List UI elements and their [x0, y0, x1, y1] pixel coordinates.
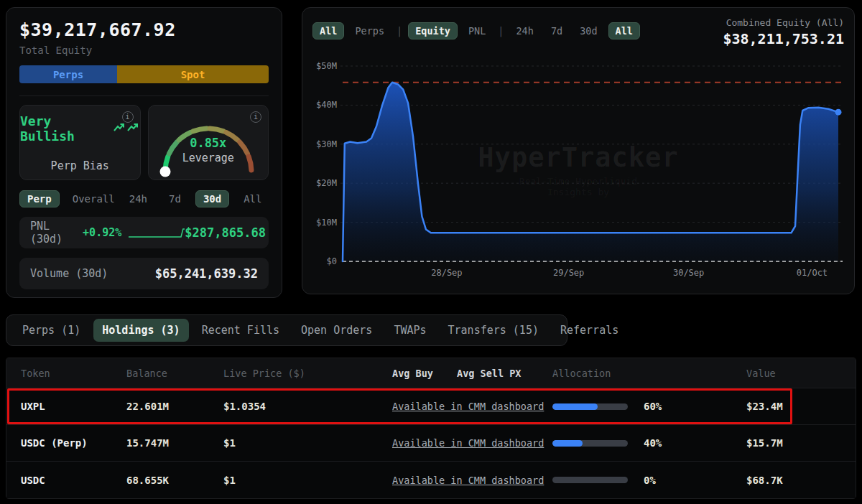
svg-text:29/Sep: 29/Sep — [553, 268, 584, 278]
equity-chart-panel: AllPerps|EquityPNL|24h7d30dAll Combined … — [302, 7, 855, 294]
balance-cell: 22.601M — [126, 401, 223, 412]
tab-recent-fills[interactable]: Recent Fills — [193, 319, 288, 342]
chart-filter-pnl[interactable]: PNL — [462, 23, 492, 39]
tab-perps-1-[interactable]: Perps (1) — [14, 319, 89, 342]
chart-filter-24h[interactable]: 24h — [509, 23, 539, 39]
holdings-table: TokenBalanceLive Price ($)Avg BuyAvg Sel… — [6, 358, 856, 499]
allocation-bar-fill — [552, 440, 583, 447]
perps-segment-button[interactable]: Perps — [19, 65, 117, 83]
chart-filter-equity[interactable]: Equity — [408, 22, 458, 39]
allocation-cell: 60% — [552, 401, 746, 412]
svg-text:$20M: $20M — [316, 178, 337, 188]
pnl-stat-card: PNL (30d) +0.92% $287,865.68 — [19, 217, 269, 248]
svg-text:$10M: $10M — [316, 218, 337, 228]
tab-transfers-15-[interactable]: Transfers (15) — [440, 319, 547, 342]
column-header-allocation: Allocation — [552, 368, 746, 379]
volume-stat-card: Volume (30d) $65,241,639.32 — [19, 258, 269, 289]
column-header-avg-sell-px: Avg Sell PX — [457, 368, 552, 379]
allocation-cell: 40% — [552, 437, 746, 449]
value-cell: $23.4M — [746, 401, 841, 412]
divider: | — [395, 25, 404, 37]
scope-chip-overall[interactable]: Overall — [65, 191, 122, 207]
avg-price-cell: Available in CMM dashboard — [392, 475, 552, 486]
cmm-dashboard-link[interactable]: Available in CMM dashboard — [392, 401, 544, 412]
period-chip-30d[interactable]: 30d — [195, 190, 229, 207]
svg-text:01/Oct: 01/Oct — [797, 268, 828, 278]
chart-filter-perps[interactable]: Perps — [348, 23, 391, 39]
leverage-label: Leverage — [149, 151, 269, 164]
allocation-bar — [552, 477, 628, 483]
pnl-label: PNL (30d) — [30, 220, 77, 246]
period-chip-group: 24h7d30dAll — [122, 190, 269, 207]
allocation-bar — [552, 403, 628, 410]
pnl-percent: +0.92% — [83, 226, 121, 239]
combined-equity-label: Combined Equity (All) — [723, 17, 844, 28]
tab-holdings-3-[interactable]: Holdings (3) — [93, 319, 188, 342]
cmm-dashboard-link[interactable]: Available in CMM dashboard — [392, 475, 544, 486]
equity-area-chart[interactable]: $0$10M$20M$30M$40M$50M28/Sep29/Sep30/Sep… — [312, 55, 844, 283]
table-row-usdc[interactable]: USDC68.655K$1Available in CMM dashboard0… — [6, 462, 856, 498]
leverage-gauge-card: i 0.85x Leverage — [148, 105, 269, 180]
avg-price-cell: Available in CMM dashboard — [392, 401, 552, 412]
volume-label: Volume (30d) — [30, 267, 108, 280]
equity-chart[interactable]: $0$10M$20M$30M$40M$50M28/Sep29/Sep30/Sep… — [312, 55, 844, 286]
column-header-token: Token — [21, 368, 126, 379]
chart-filter-all[interactable]: All — [312, 22, 344, 39]
divider: | — [496, 25, 505, 37]
allocation-cell: 0% — [552, 475, 746, 486]
token-cell: USDC (Perp) — [21, 437, 126, 449]
chart-filter-7d[interactable]: 7d — [544, 23, 569, 39]
trending-up-icon — [113, 121, 140, 136]
allocation-percent: 0% — [644, 475, 656, 486]
value-cell: $15.7M — [746, 437, 841, 449]
scope-chip-group: PerpOverall — [19, 190, 122, 207]
total-equity-label: Total Equity — [19, 45, 269, 56]
live-price-cell: $1 — [223, 437, 392, 449]
column-header-avg-buy: Avg Buy — [392, 368, 457, 379]
period-chip-all[interactable]: All — [236, 191, 269, 207]
allocation-bar-fill — [552, 403, 598, 410]
cmm-dashboard-link[interactable]: Available in CMM dashboard — [392, 437, 544, 449]
allocation-percent: 60% — [644, 401, 662, 412]
info-icon[interactable]: i — [122, 111, 134, 123]
token-cell: USDC — [21, 475, 126, 486]
section-tab-bar: Perps (1)Holdings (3)Recent FillsOpen Or… — [6, 314, 567, 346]
chart-filter-group: AllPerps|EquityPNL|24h7d30dAll — [312, 22, 640, 39]
table-body: UXPL22.601M$1.0354Available in CMM dashb… — [6, 388, 856, 498]
live-price-cell: $1 — [223, 475, 392, 486]
balance-cell: 68.655K — [126, 475, 223, 486]
svg-text:$40M: $40M — [316, 100, 337, 110]
avg-price-cell: Available in CMM dashboard — [392, 437, 552, 449]
volume-value: $65,241,639.32 — [155, 266, 258, 281]
column-header-balance: Balance — [126, 368, 223, 379]
live-price-cell: $1.0354 — [223, 401, 392, 412]
period-chip-24h[interactable]: 24h — [122, 191, 154, 207]
column-header-value: Value — [746, 368, 841, 379]
svg-text:30/Sep: 30/Sep — [673, 268, 704, 278]
svg-text:28/Sep: 28/Sep — [431, 268, 462, 278]
token-cell: UXPL — [21, 401, 126, 412]
column-header-live-price-: Live Price ($) — [223, 368, 392, 379]
pnl-value: $287,865.68 — [185, 225, 266, 240]
perps-spot-toggle: Perps Spot — [19, 65, 269, 83]
table-row-uxpl[interactable]: UXPL22.601M$1.0354Available in CMM dashb… — [6, 388, 856, 425]
table-row-usdc-perp-[interactable]: USDC (Perp)15.747M$1Available in CMM das… — [6, 425, 856, 462]
chart-filter-30d[interactable]: 30d — [573, 23, 603, 39]
scope-chip-perp[interactable]: Perp — [19, 190, 60, 207]
period-chip-7d[interactable]: 7d — [162, 191, 188, 207]
combined-equity-value: $38,211,753.21 — [723, 30, 844, 47]
chart-filter-all[interactable]: All — [608, 22, 640, 39]
equity-summary-panel: $39,217,667.92 Total Equity Perps Spot i… — [6, 7, 282, 298]
leverage-value: 0.85x — [149, 136, 269, 150]
svg-text:$50M: $50M — [316, 61, 337, 71]
tab-twaps[interactable]: TWAPs — [385, 319, 435, 342]
svg-text:$30M: $30M — [316, 139, 337, 149]
tab-referrals[interactable]: Referrals — [552, 319, 627, 342]
svg-text:$0: $0 — [327, 256, 337, 266]
value-cell: $68.7K — [746, 475, 841, 486]
pnl-sparkline — [127, 225, 185, 241]
spot-segment-button[interactable]: Spot — [117, 65, 269, 83]
table-header-row: TokenBalanceLive Price ($)Avg BuyAvg Sel… — [6, 358, 856, 388]
tab-open-orders[interactable]: Open Orders — [292, 319, 381, 342]
total-equity-value: $39,217,667.92 — [19, 19, 269, 40]
